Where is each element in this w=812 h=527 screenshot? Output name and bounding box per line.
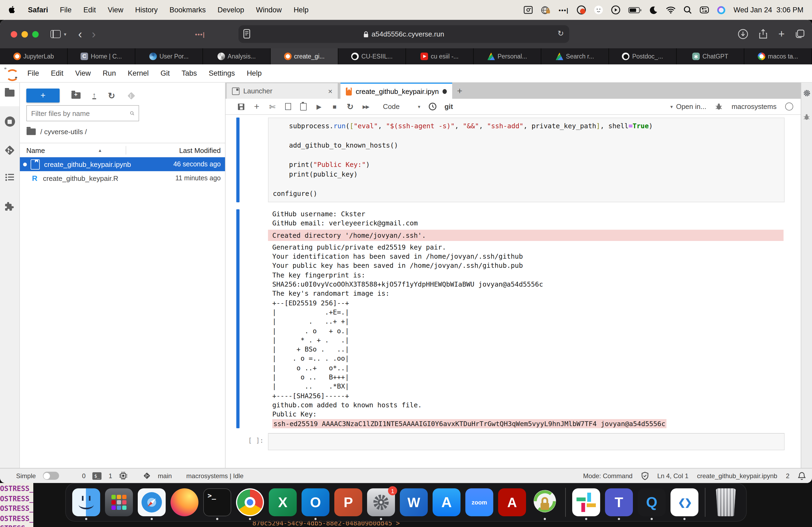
cpu-chip-icon[interactable]	[119, 472, 127, 480]
restart-run-all-button[interactable]: ▶▶	[362, 104, 369, 109]
dock-slack[interactable]	[572, 488, 600, 516]
dock-launchpad[interactable]	[105, 488, 133, 516]
new-tab-icon[interactable]: +	[779, 28, 785, 40]
mode-indicator[interactable]: Mode: Command	[583, 472, 633, 480]
new-folder-button[interactable]	[71, 92, 81, 99]
file-row-r-file[interactable]: Rcreate_github_keypair.R11 minutes ago	[20, 171, 225, 185]
terminal-icon[interactable]: $_	[93, 472, 102, 480]
new-launcher-button[interactable]: +	[26, 89, 60, 103]
stop-kernel-button[interactable]: ■	[331, 103, 338, 110]
share-icon[interactable]	[759, 29, 768, 39]
git-tab-icon[interactable]	[0, 144, 19, 156]
dock-powerpoint[interactable]	[334, 488, 362, 516]
control-center-icon[interactable]	[700, 5, 709, 15]
upload-files-button[interactable]: ↑	[92, 92, 96, 99]
safari-tab-personal-drive[interactable]: Personal...	[474, 48, 541, 64]
kernel-name-button[interactable]: macrosystems	[731, 103, 777, 110]
jl-menu-edit[interactable]: Edit	[45, 69, 70, 77]
dock-zoom[interactable]	[465, 488, 493, 516]
safari-tab-chatgpt[interactable]: ChatGPT	[677, 48, 744, 64]
safari-tab-search-results[interactable]: Search r...	[541, 48, 609, 64]
doc-tab-notebook[interactable]: create_github_keypair.ipyn	[340, 82, 452, 99]
jl-menu-kernel[interactable]: Kernel	[122, 69, 155, 77]
safari-tab-postdoc[interactable]: Postdoc_...	[609, 48, 677, 64]
dock-appstore[interactable]	[433, 488, 461, 516]
apple-menu[interactable]	[9, 5, 16, 15]
table-of-contents-tab-icon[interactable]	[0, 174, 19, 180]
restart-kernel-button[interactable]: ↻	[346, 102, 354, 111]
extensions-icon[interactable]: •••|	[195, 31, 205, 37]
dock-vscode[interactable]	[670, 488, 698, 516]
copy-cell-button[interactable]	[284, 103, 292, 110]
column-last-modified[interactable]: Last Modified	[179, 146, 221, 154]
file-row-notebook-file[interactable]: create_github_keypair.ipynb46 seconds ag…	[20, 157, 225, 171]
status-filename[interactable]: create_github_keypair.ipynb	[697, 472, 777, 480]
paste-cell-button[interactable]	[300, 103, 307, 110]
trust-shield-icon[interactable]	[641, 471, 649, 480]
running-kernels-tab-icon[interactable]	[0, 117, 19, 127]
vpn-globe-icon[interactable]	[541, 5, 551, 15]
focus-moon-icon[interactable]	[649, 5, 658, 15]
breadcrumb[interactable]: / cyverse-utils /	[40, 128, 87, 136]
now-playing-icon[interactable]	[611, 5, 620, 15]
dock-trash[interactable]	[712, 488, 740, 516]
jl-menu-tabs[interactable]: Tabs	[176, 69, 203, 77]
refresh-file-list-button[interactable]: ↻	[108, 90, 115, 101]
jl-menu-help[interactable]: Help	[241, 69, 268, 77]
dock-outlook[interactable]	[302, 488, 330, 516]
dock-excel[interactable]	[269, 488, 297, 516]
dock-quicktime[interactable]	[638, 488, 666, 516]
add-cell-button[interactable]: +	[253, 101, 260, 112]
spotlight-icon[interactable]	[684, 5, 692, 15]
git-toolbar-label[interactable]: git	[445, 103, 453, 110]
sidebar-icon[interactable]	[50, 30, 61, 38]
kernel-status-text[interactable]: macrosystems | Idle	[186, 472, 244, 480]
dock-settings[interactable]: 1	[367, 488, 395, 516]
code-cell[interactable]: subprocess.run(["eval", "$(ssh-agent -s)…	[226, 118, 801, 202]
debugger-bug-icon[interactable]	[715, 103, 723, 110]
menu-help[interactable]: Help	[293, 6, 308, 14]
notebook-scroll-area[interactable]: subprocess.run(["eval", "$(ssh-agent -s)…	[226, 115, 801, 468]
sort-asc-icon[interactable]: ▲	[98, 148, 102, 153]
kernels-count[interactable]: 1	[108, 472, 112, 480]
bell-icon[interactable]	[798, 471, 806, 480]
menu-develop[interactable]: Develop	[218, 6, 244, 14]
doc-tab-launcher[interactable]: Launcher×	[227, 83, 338, 99]
file-browser-tab-icon[interactable]	[0, 90, 19, 96]
safari-tab-jupyterlab[interactable]: JupyterLab	[0, 48, 68, 64]
simple-mode-toggle[interactable]	[43, 472, 59, 480]
chevron-down-icon[interactable]: ▾	[64, 31, 66, 37]
dock-word[interactable]	[400, 488, 428, 516]
safari-tab-macos-ta[interactable]: macos ta...	[744, 48, 812, 64]
back-button[interactable]: ‹	[78, 27, 82, 41]
screen-capture-icon[interactable]	[524, 5, 533, 15]
jl-menu-settings[interactable]: Settings	[203, 69, 241, 77]
notifications-count[interactable]: 2	[786, 472, 789, 480]
git-clone-button[interactable]	[127, 91, 136, 100]
active-cell-indicator[interactable]	[236, 118, 240, 202]
output-collapser[interactable]	[236, 209, 240, 428]
cell-output-area[interactable]: GitHub username: Ckster GitHub email: ve…	[226, 209, 801, 428]
cursor-position[interactable]: Ln 4, Col 1	[657, 472, 688, 480]
jl-menu-git[interactable]: Git	[155, 69, 176, 77]
zoom-window-button[interactable]	[32, 31, 39, 37]
menu-view[interactable]: View	[108, 6, 123, 14]
filter-files-input[interactable]	[26, 105, 139, 121]
column-name[interactable]: Name	[26, 146, 45, 154]
jl-menu-run[interactable]: Run	[97, 69, 122, 77]
menu-file[interactable]: File	[60, 6, 72, 14]
dock-terminal[interactable]	[203, 488, 231, 516]
menu-bookmarks[interactable]: Bookmarks	[170, 6, 206, 14]
git-branch-icon[interactable]	[143, 472, 151, 480]
jl-menu-file[interactable]: File	[21, 69, 45, 77]
open-in-button[interactable]: Open in...	[676, 103, 707, 110]
adobe-cc-icon[interactable]	[577, 5, 586, 15]
terminals-count[interactable]: 0	[82, 472, 85, 480]
empty-cell-editor[interactable]	[268, 433, 785, 450]
jl-menu-view[interactable]: View	[69, 69, 97, 77]
history-clock-icon[interactable]	[428, 103, 436, 110]
dock-firefox[interactable]	[171, 488, 199, 516]
kernel-status-icon[interactable]	[785, 103, 793, 110]
menu-edit[interactable]: Edit	[84, 6, 96, 14]
dock-finder[interactable]	[72, 488, 100, 516]
